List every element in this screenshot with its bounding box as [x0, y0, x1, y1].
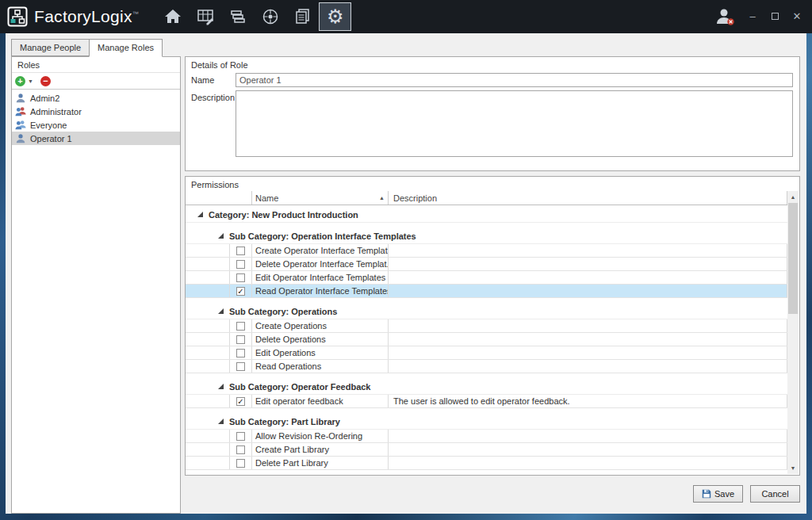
permission-checkbox[interactable] — [236, 260, 245, 269]
expander-icon[interactable] — [217, 418, 224, 425]
subcategory-row[interactable]: Sub Category: Operator Feedback — [186, 379, 787, 395]
factorylogix-logo-icon — [7, 6, 28, 27]
checkbox-cell — [230, 271, 252, 284]
permission-checkbox[interactable] — [236, 273, 245, 282]
titlebar: FactoryLogix™ — [0, 0, 812, 33]
category-row[interactable]: Category: New Product Introduction — [186, 207, 787, 223]
subcategory-row[interactable]: Sub Category: Operations — [186, 304, 787, 319]
permission-checkbox[interactable]: ✓ — [236, 397, 245, 406]
expander-icon[interactable] — [217, 232, 224, 239]
permission-description — [389, 244, 787, 257]
row-gutter — [186, 457, 230, 469]
expander-icon[interactable] — [217, 383, 224, 390]
row-gutter — [186, 430, 230, 442]
permission-checkbox[interactable]: ✓ — [236, 287, 245, 296]
details-of-role-section: Details of Role Name Description — [185, 56, 800, 171]
permission-description — [389, 285, 787, 297]
add-role-icon[interactable]: + — [15, 76, 25, 86]
permission-name: Delete Operations — [252, 333, 389, 346]
home-icon[interactable] — [156, 2, 189, 31]
permission-description — [389, 271, 787, 284]
permission-row[interactable]: Create Operations — [186, 319, 787, 333]
permission-row[interactable]: ✓Read Operator Interface Templates — [186, 285, 787, 298]
permission-name: Create Operations — [252, 319, 389, 332]
permission-name: Create Part Library — [252, 443, 389, 456]
tab-manage-roles[interactable]: Manage Roles — [89, 39, 163, 57]
users-icon — [15, 120, 26, 131]
permission-checkbox[interactable] — [236, 459, 245, 468]
permission-row[interactable]: Create Part Library — [186, 443, 787, 457]
permission-checkbox[interactable] — [236, 445, 245, 454]
users-admin-icon — [15, 106, 26, 117]
checkbox-cell — [230, 443, 252, 456]
save-icon — [702, 489, 711, 499]
permission-checkbox[interactable] — [236, 335, 245, 344]
subcategory-row[interactable]: Sub Category: Operation Interface Templa… — [186, 228, 787, 244]
permission-name: Edit Operations — [252, 346, 389, 359]
permission-row[interactable]: Edit Operations — [186, 346, 787, 360]
documents-icon[interactable] — [286, 2, 319, 31]
expander-icon[interactable] — [217, 308, 224, 315]
permission-checkbox[interactable] — [236, 362, 245, 371]
permissions-scrollbar[interactable]: ▲ ▼ — [787, 191, 799, 474]
sort-ascending-icon: ▲ — [379, 195, 385, 201]
role-description-input[interactable] — [236, 90, 793, 157]
worksheet-edit-icon[interactable] — [189, 2, 221, 31]
maximize-icon[interactable] — [769, 11, 780, 22]
role-item-everyone[interactable]: Everyone — [12, 118, 180, 132]
permission-row[interactable]: Delete Part Library — [186, 457, 787, 470]
subcategory-row[interactable]: Sub Category: Part Library — [186, 414, 787, 430]
permission-description — [389, 457, 787, 469]
permission-row[interactable]: Read Operations — [186, 360, 787, 373]
main-nav: ⚙ — [156, 2, 351, 31]
role-item-administrator[interactable]: Administrator — [12, 105, 180, 118]
permission-row[interactable]: Delete Operator Interface Templat... — [186, 258, 787, 271]
roles-panel: Roles + ▼ − Admin2AdministratorEveryoneO… — [11, 56, 181, 514]
minimize-icon[interactable]: – — [747, 11, 758, 22]
stack-icon[interactable] — [221, 2, 254, 31]
cancel-button[interactable]: Cancel — [750, 485, 800, 503]
close-icon[interactable]: ✕ — [791, 11, 802, 22]
row-gutter — [186, 285, 230, 297]
gear-icon[interactable]: ⚙ — [319, 2, 351, 31]
role-name: Administrator — [30, 107, 82, 117]
save-button[interactable]: Save — [693, 485, 743, 503]
header-name-column[interactable]: Name ▲ — [252, 191, 389, 205]
remove-role-icon[interactable]: − — [40, 76, 51, 86]
expander-icon[interactable] — [197, 211, 204, 218]
permissions-table: Name ▲ Description Category: New Product… — [186, 191, 799, 475]
permission-checkbox[interactable] — [236, 247, 245, 255]
permission-row[interactable]: Edit Operator Interface Templates — [186, 271, 787, 285]
checkbox-cell — [230, 346, 252, 359]
permission-row[interactable]: ✓Edit operator feedbackThe user is allow… — [186, 395, 787, 408]
permission-row[interactable]: Create Operator Interface Templat... — [186, 244, 787, 258]
row-gutter — [186, 346, 230, 359]
permission-row[interactable]: Delete Operations — [186, 333, 787, 346]
footer-actions: Save Cancel — [693, 485, 800, 503]
permission-checkbox[interactable] — [236, 322, 245, 331]
tab-manage-people[interactable]: Manage People — [11, 39, 90, 56]
role-item-admin2[interactable]: Admin2 — [12, 91, 180, 105]
roles-panel-title: Roles — [12, 57, 180, 73]
disc-icon[interactable] — [254, 2, 286, 31]
permission-checkbox[interactable] — [236, 432, 245, 441]
scrollbar-thumb[interactable] — [788, 203, 798, 314]
permission-row[interactable]: Allow Revision Re-Ordering — [186, 430, 787, 443]
header-description-column[interactable]: Description — [389, 191, 787, 205]
user-logout-icon[interactable] — [714, 6, 736, 27]
role-item-operator-1[interactable]: Operator 1 — [12, 132, 180, 145]
row-gutter — [186, 333, 230, 346]
scroll-up-icon[interactable]: ▲ — [787, 191, 799, 203]
permission-name: Allow Revision Re-Ordering — [252, 430, 389, 442]
name-label: Name — [191, 73, 236, 87]
permission-name: Delete Operator Interface Templat... — [252, 258, 389, 270]
permission-description: The user is allowed to edit operator fee… — [389, 395, 787, 407]
permission-description — [389, 346, 787, 359]
role-name-input[interactable] — [236, 73, 793, 87]
permission-checkbox[interactable] — [236, 349, 245, 358]
permission-name: Read Operator Interface Templates — [252, 285, 389, 297]
add-role-dropdown-icon[interactable]: ▼ — [28, 78, 33, 84]
permission-name: Delete Part Library — [252, 457, 389, 469]
scroll-down-icon[interactable]: ▼ — [787, 462, 799, 474]
checkbox-cell: ✓ — [230, 285, 252, 297]
